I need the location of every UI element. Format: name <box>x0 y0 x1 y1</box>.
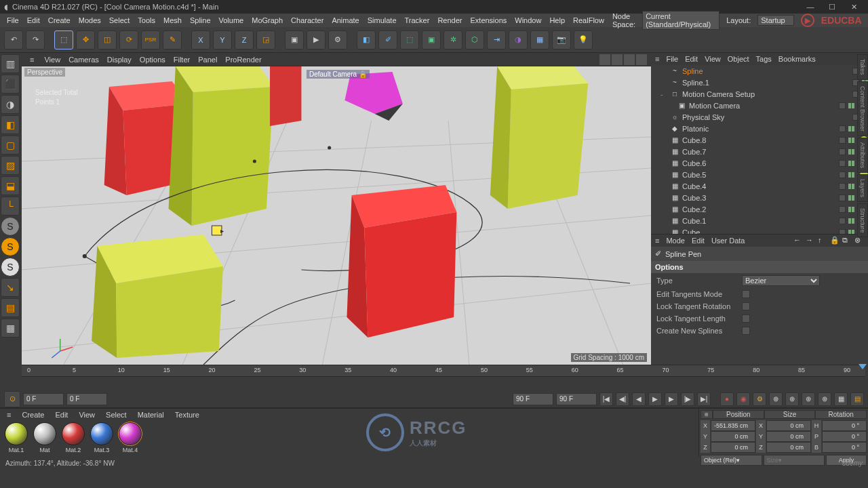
vpmenu-filter[interactable]: Filter <box>170 54 194 65</box>
layer-chip[interactable] <box>839 195 846 201</box>
play-button[interactable]: ▶ <box>648 392 662 406</box>
visibility-dots[interactable] <box>848 149 854 155</box>
object-mode-button[interactable]: ◧ <box>1 115 20 134</box>
axis-tool-button[interactable]: └ <box>1 197 20 216</box>
side-tab-takes[interactable]: Takes <box>857 54 868 80</box>
side-tab-attributes[interactable]: Attributes <box>857 138 868 173</box>
spline-pen-button[interactable]: ✐ <box>378 30 397 49</box>
lock-length-checkbox[interactable] <box>742 314 750 323</box>
object-row[interactable]: ◆Platonic <box>651 123 868 134</box>
render-view-button[interactable]: ▣ <box>285 30 304 49</box>
frame-start-field[interactable]: 0 F <box>23 393 64 405</box>
matmenu-material[interactable]: Material <box>135 409 167 420</box>
visibility-dots[interactable] <box>848 138 854 143</box>
layer-chip[interactable] <box>839 218 846 224</box>
layer-chip[interactable] <box>839 148 846 155</box>
visibility-dots[interactable] <box>848 184 854 189</box>
material-item[interactable]: Mat <box>31 422 58 453</box>
rotation-field[interactable]: 0 ° <box>822 431 867 442</box>
key-options-button[interactable]: ⚙ <box>753 392 766 406</box>
menu-help[interactable]: Help <box>545 15 569 26</box>
material-item[interactable]: Mat.3 <box>88 422 115 453</box>
key-grid-button[interactable]: ▦ <box>834 392 848 406</box>
points-mode-button[interactable]: ▢ <box>1 136 20 155</box>
menu-modes[interactable]: Modes <box>75 15 105 26</box>
attr-fwd-icon[interactable]: → <box>806 236 815 245</box>
menu-tools[interactable]: Tools <box>134 15 159 26</box>
render-settings-button[interactable]: ⚙ <box>328 30 347 49</box>
attrmenu-hamburger[interactable]: ≡ <box>655 237 659 245</box>
timeline-ruler[interactable]: 0510152025303540455055606570758085900 F <box>22 365 865 377</box>
visibility-dots[interactable] <box>848 218 854 224</box>
cube-primitive-button[interactable]: ◧ <box>357 30 376 49</box>
layer-chip[interactable] <box>839 229 846 235</box>
coord-hamburger[interactable]: ≡ <box>701 410 713 419</box>
step-forward-button[interactable]: ▶ <box>665 392 678 406</box>
objmenu-edit[interactable]: Edit <box>685 55 698 63</box>
nodespace-dropdown[interactable]: Current (Standard/Physical) <box>642 11 719 30</box>
position-field[interactable]: 0 cm <box>711 431 755 442</box>
object-row[interactable]: ▦Cube.6 <box>651 157 868 169</box>
layer-chip[interactable] <box>839 160 846 167</box>
vpmenu-view[interactable]: View <box>40 54 64 65</box>
subdiv-button[interactable]: ⬚ <box>400 30 419 49</box>
expand-toggle[interactable]: - <box>660 90 667 98</box>
rotate-tool[interactable]: ⟳ <box>119 30 138 49</box>
layers-button[interactable]: ▦ <box>1 319 20 338</box>
step-back-button[interactable]: ◀ <box>632 392 646 406</box>
objmenu-object[interactable]: Object <box>728 55 749 63</box>
layer-chip[interactable] <box>839 183 846 190</box>
scale-tool[interactable]: ◫ <box>98 30 117 49</box>
layout-dropdown[interactable]: Startup <box>757 15 793 26</box>
x-axis-button[interactable]: X <box>191 30 210 49</box>
matmenu-texture[interactable]: Texture <box>172 409 202 420</box>
autokey-button[interactable]: ◉ <box>736 392 750 406</box>
snap-s3-button[interactable]: S <box>1 258 20 277</box>
key-dopesheet-button[interactable]: ▤ <box>850 392 864 406</box>
playhead-icon[interactable] <box>859 364 867 369</box>
layer-chip[interactable] <box>839 102 846 109</box>
camera-button[interactable]: 📷 <box>552 30 571 49</box>
vpmenu-hamburger[interactable]: ≡ <box>26 54 38 65</box>
render-picture-button[interactable]: ▶ <box>307 30 326 49</box>
object-row[interactable]: ▦Cube.8 <box>651 134 868 146</box>
floor-button[interactable]: ▦ <box>530 30 549 49</box>
menu-realflow[interactable]: RealFlow <box>569 15 608 26</box>
viewsolo-button[interactable]: ▤ <box>1 298 20 317</box>
size-field[interactable]: 0 cm <box>766 431 811 442</box>
edit-tangents-checkbox[interactable] <box>742 290 750 298</box>
type-dropdown[interactable]: Bezier <box>742 275 820 286</box>
menu-extensions[interactable]: Extensions <box>466 15 511 26</box>
attrmenu-user-data[interactable]: User Data <box>711 237 745 245</box>
key-s-button[interactable]: ⊕ <box>785 392 799 406</box>
objmenu-tags[interactable]: Tags <box>756 55 772 63</box>
undo-button[interactable]: ↶ <box>4 30 23 49</box>
matmenu-hamburger[interactable]: ≡ <box>4 409 14 420</box>
viewport[interactable]: Perspective Selected Total Points 1 Defa… <box>22 66 651 365</box>
menu-window[interactable]: Window <box>511 15 545 26</box>
goto-start-button[interactable]: |◀ <box>599 392 613 406</box>
material-item[interactable]: Mat.2 <box>60 422 87 453</box>
menu-simulate[interactable]: Simulate <box>363 15 401 26</box>
object-row[interactable]: ~Spline.1 <box>651 77 868 88</box>
matmenu-create[interactable]: Create <box>19 409 47 420</box>
objmenu-view[interactable]: View <box>705 55 721 63</box>
attr-close-icon[interactable]: ⊗ <box>854 236 864 245</box>
menu-character[interactable]: Character <box>287 15 328 26</box>
material-item[interactable]: Mat.4 <box>117 422 144 453</box>
vpmenu-panel[interactable]: Panel <box>194 54 221 65</box>
attr-new-icon[interactable]: ⧉ <box>842 236 852 245</box>
create-splines-checkbox[interactable] <box>742 327 750 335</box>
object-row[interactable]: ▣Motion Camera▣ <box>651 100 868 111</box>
matmenu-select[interactable]: Select <box>103 409 130 420</box>
default-camera-label[interactable]: Default Camera 🔒 <box>307 70 370 79</box>
menu-create[interactable]: Create <box>44 15 75 26</box>
y-axis-button[interactable]: Y <box>213 30 232 49</box>
objmenu-file[interactable]: File <box>666 55 678 63</box>
vpmenu-options[interactable]: Options <box>136 54 170 65</box>
redo-button[interactable]: ↷ <box>26 30 45 49</box>
goto-end-button[interactable]: ▶| <box>697 392 711 406</box>
vp-icon-1[interactable] <box>599 54 610 65</box>
object-row[interactable]: ~Spline <box>651 65 868 77</box>
position-field[interactable]: -551.835 cm <box>711 420 755 431</box>
